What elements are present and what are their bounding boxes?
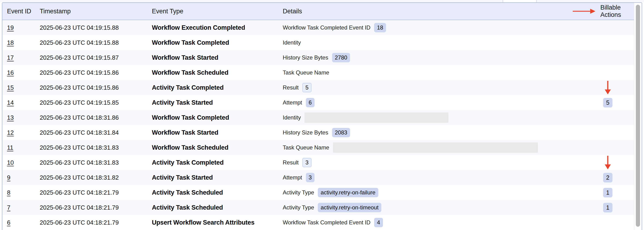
detail-badge: 2780	[332, 53, 350, 62]
event-details-cell: History Size Bytes2083	[283, 125, 573, 140]
event-id-cell: 6	[2, 215, 40, 230]
header-timestamp: Timestamp	[40, 3, 152, 20]
event-type: Workflow Execution Completed	[152, 20, 283, 35]
table-row[interactable]: 92025-06-23 UTC 04:18:31.82Activity Task…	[2, 170, 634, 185]
billable-actions-cell	[573, 65, 634, 80]
event-id-link[interactable]: 11	[7, 144, 13, 151]
table-row[interactable]: 172025-06-23 UTC 04:19:15.87Workflow Tas…	[2, 50, 634, 65]
redacted-value	[304, 112, 448, 123]
event-id-link[interactable]: 14	[7, 99, 14, 106]
billable-actions-cell: 2	[573, 170, 634, 185]
detail-label: Workflow Task Completed Event ID	[283, 219, 370, 226]
event-id-link[interactable]: 12	[7, 129, 14, 136]
event-details-cell: History Size Bytes2780	[283, 50, 573, 65]
table-body: 192025-06-23 UTC 04:19:15.88Workflow Exe…	[2, 20, 634, 230]
event-details-cell: Task Queue Name	[283, 140, 573, 155]
billable-actions-cell: 1	[573, 200, 634, 215]
detail-label: Task Queue Name	[283, 69, 329, 76]
billable-actions-cell	[573, 50, 634, 65]
event-type: Activity Task Scheduled	[152, 200, 283, 215]
header-billable-actions-label: Billable Actions	[600, 4, 632, 19]
vertical-scrollbar[interactable]	[634, 3, 642, 230]
event-details-cell: Result5	[283, 80, 573, 95]
table-row[interactable]: 122025-06-23 UTC 04:18:31.84Workflow Tas…	[2, 125, 634, 140]
detail-badge: activity.retry-on-timeout	[318, 203, 381, 212]
billable-actions-cell	[573, 20, 634, 35]
billable-actions-cell	[573, 215, 634, 230]
event-timestamp: 2025-06-23 UTC 04:18:31.86	[40, 110, 152, 125]
detail-label: Result	[283, 84, 299, 91]
event-details-cell: Activity Typeactivity.retry-on-timeout	[283, 200, 573, 215]
event-details-cell: Identity	[283, 35, 573, 50]
table-row[interactable]: 132025-06-23 UTC 04:18:31.86Workflow Tas…	[2, 110, 634, 125]
table-row[interactable]: 82025-06-23 UTC 04:18:21.79Activity Task…	[2, 185, 634, 200]
table-row[interactable]: 152025-06-23 UTC 04:19:15.86Activity Tas…	[2, 80, 634, 95]
billable-actions-cell	[573, 140, 634, 155]
event-timestamp: 2025-06-23 UTC 04:18:31.82	[40, 170, 152, 185]
event-timestamp: 2025-06-23 UTC 04:18:31.84	[40, 125, 152, 140]
event-id-cell: 11	[2, 140, 40, 155]
top-strip	[0, 0, 644, 2]
event-id-link[interactable]: 17	[7, 54, 14, 61]
table-row[interactable]: 182025-06-23 UTC 04:19:15.88Workflow Tas…	[2, 35, 634, 50]
down-arrow-annotation-icon	[604, 81, 611, 94]
event-type: Workflow Task Started	[152, 125, 283, 140]
event-type: Workflow Task Completed	[152, 110, 283, 125]
billable-actions-cell	[573, 35, 634, 50]
event-timestamp: 2025-06-23 UTC 04:19:15.86	[40, 80, 152, 95]
event-id-link[interactable]: 19	[7, 24, 14, 31]
detail-label: Task Queue Name	[283, 144, 329, 151]
table-row[interactable]: 112025-06-23 UTC 04:18:31.83Workflow Tas…	[2, 140, 634, 155]
scrollbar-thumb[interactable]	[636, 5, 640, 227]
event-id-link[interactable]: 16	[7, 69, 14, 76]
down-arrow-annotation-icon	[604, 156, 611, 169]
event-timestamp: 2025-06-23 UTC 04:19:15.85	[40, 95, 152, 110]
table-row[interactable]: 192025-06-23 UTC 04:19:15.88Workflow Exe…	[2, 20, 634, 35]
detail-result-badge: 5	[302, 83, 312, 92]
event-type: Workflow Task Scheduled	[152, 65, 283, 80]
detail-result-badge: 3	[302, 158, 312, 167]
event-id-link[interactable]: 13	[7, 114, 14, 121]
event-type: Activity Task Completed	[152, 155, 283, 170]
header-billable-actions: Billable Actions	[573, 3, 634, 20]
event-id-link[interactable]: 9	[7, 174, 10, 181]
event-details-cell: Task Queue Name	[283, 65, 573, 80]
detail-badge: 3	[306, 173, 314, 182]
event-timestamp: 2025-06-23 UTC 04:18:21.79	[40, 215, 152, 230]
billable-actions-cell	[573, 155, 634, 170]
event-id-cell: 12	[2, 125, 40, 140]
detail-label: Result	[283, 159, 299, 166]
table-row[interactable]: 102025-06-23 UTC 04:18:31.83Activity Tas…	[2, 155, 634, 170]
header-details: Details	[283, 3, 573, 20]
table-row[interactable]: 142025-06-23 UTC 04:19:15.85Activity Tas…	[2, 95, 634, 110]
detail-label: Activity Type	[283, 204, 314, 211]
event-id-link[interactable]: 10	[7, 159, 14, 166]
table-row[interactable]: 72025-06-23 UTC 04:18:21.79Activity Task…	[2, 200, 634, 215]
detail-label: Attempt	[283, 99, 302, 106]
event-timestamp: 2025-06-23 UTC 04:18:31.83	[40, 155, 152, 170]
detail-label: Workflow Task Completed Event ID	[283, 24, 370, 31]
table-row[interactable]: 62025-06-23 UTC 04:18:21.79Upsert Workfl…	[2, 215, 634, 230]
table-main: Event ID Timestamp Event Type Details Bi…	[2, 3, 634, 230]
billable-count-badge: 5	[603, 98, 612, 107]
event-id-link[interactable]: 15	[7, 84, 14, 91]
event-id-cell: 15	[2, 80, 40, 95]
header-event-type: Event Type	[152, 3, 283, 20]
billable-actions-cell	[573, 80, 634, 95]
event-id-link[interactable]: 18	[7, 39, 14, 46]
event-type: Activity Task Scheduled	[152, 185, 283, 200]
event-history-table: Event ID Timestamp Event Type Details Bi…	[2, 2, 642, 230]
detail-badge: activity.retry-on-failure	[318, 188, 378, 197]
event-id-link[interactable]: 6	[7, 219, 10, 226]
header-event-id: Event ID	[2, 3, 40, 20]
event-type: Upsert Workflow Search Attributes	[152, 215, 283, 230]
event-details-cell: Activity Typeactivity.retry-on-failure	[283, 185, 573, 200]
table-row[interactable]: 162025-06-23 UTC 04:19:15.86Workflow Tas…	[2, 65, 634, 80]
table-header: Event ID Timestamp Event Type Details Bi…	[2, 3, 634, 20]
event-id-link[interactable]: 7	[7, 204, 10, 211]
detail-label: Activity Type	[283, 189, 314, 196]
detail-badge: 18	[374, 23, 386, 32]
event-id-link[interactable]: 8	[7, 189, 10, 196]
billable-actions-cell	[573, 110, 634, 125]
detail-label: History Size Bytes	[283, 129, 328, 136]
